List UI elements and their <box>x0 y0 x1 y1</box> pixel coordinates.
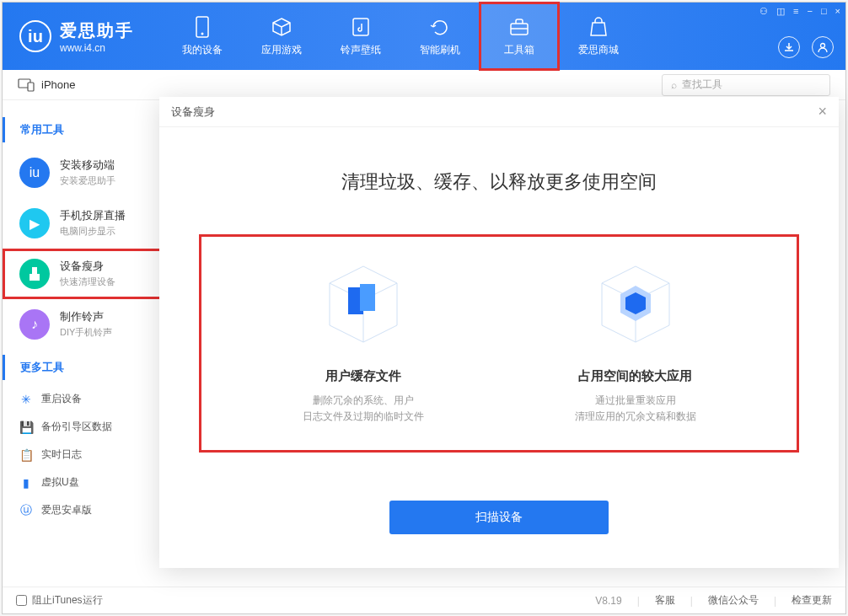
svg-rect-2 <box>353 19 368 35</box>
footer-link-support[interactable]: 客服 <box>655 593 675 608</box>
svg-rect-9 <box>30 274 40 281</box>
logo-icon: iu <box>19 20 51 52</box>
save-icon: 💾 <box>19 420 33 434</box>
cube-icon <box>271 16 293 38</box>
refresh-icon <box>429 16 451 38</box>
android-icon: ⓤ <box>19 504 33 517</box>
music-file-icon <box>350 16 372 38</box>
modal-body: 清理垃圾、缓存、以释放更多使用空间 用户缓存文件 删除冗余的系统、用户 <box>159 127 839 568</box>
device-slim-modal: 设备瘦身 × 清理垃圾、缓存、以释放更多使用空间 用户缓存文件 <box>159 97 839 568</box>
block-itunes-checkbox[interactable] <box>16 595 27 606</box>
feature-title: 占用空间的较大应用 <box>578 368 692 384</box>
block-itunes-label: 阻止iTunes运行 <box>32 593 103 608</box>
feature-title: 用户缓存文件 <box>325 368 401 384</box>
modal-close-button[interactable]: × <box>818 103 827 121</box>
download-button[interactable] <box>778 36 800 58</box>
nav-tab-toolbox[interactable]: 工具箱 <box>480 3 559 70</box>
version-label: V8.19 <box>595 595 621 607</box>
footer: 阻止iTunes运行 V8.19 | 客服 | 微信公众号 | 检查更新 <box>3 587 845 613</box>
search-input[interactable]: ⌕ 查找工具 <box>662 74 830 96</box>
shirt-icon[interactable]: ⚇ <box>759 6 768 17</box>
modal-header: 设备瘦身 × <box>159 97 839 127</box>
window-controls: ⚇ ◫ ≡ − □ × <box>759 6 840 17</box>
feature-desc: 删除冗余的系统、用户 日志文件及过期的临时文件 <box>303 393 424 425</box>
svg-point-1 <box>201 32 204 35</box>
modal-headline: 清理垃圾、缓存、以释放更多使用空间 <box>193 169 805 195</box>
play-icon: ▶ <box>19 208 50 238</box>
lock-icon[interactable]: ◫ <box>776 6 785 17</box>
svg-rect-8 <box>32 267 37 274</box>
footer-right: V8.19 | 客服 | 微信公众号 | 检查更新 <box>595 593 832 608</box>
sub-header: iPhone ⌕ 查找工具 <box>3 70 845 100</box>
footer-link-update[interactable]: 检查更新 <box>792 593 832 608</box>
user-button[interactable] <box>812 36 834 58</box>
log-icon: 📋 <box>19 448 33 462</box>
feature-desc: 通过批量重装应用 清理应用的冗余文稿和数据 <box>575 393 696 425</box>
minimize-icon[interactable]: − <box>807 6 812 17</box>
app-title: 爱思助手 <box>60 19 134 42</box>
loading-icon: ✳ <box>19 393 33 406</box>
feature-row: 用户缓存文件 删除冗余的系统、用户 日志文件及过期的临时文件 <box>201 237 797 450</box>
feature-large-apps[interactable]: 占用空间的较大应用 通过批量重装应用 清理应用的冗余文稿和数据 <box>499 254 771 425</box>
toolbox-icon <box>508 16 530 38</box>
footer-left: 阻止iTunes运行 <box>16 593 103 608</box>
svg-rect-11 <box>360 284 375 311</box>
modal-title: 设备瘦身 <box>171 104 215 120</box>
nav-tab-flash[interactable]: 智能刷机 <box>400 3 480 70</box>
device-name: iPhone <box>41 78 75 91</box>
header-actions <box>778 36 834 58</box>
header: iu 爱思助手 www.i4.cn 我的设备 应用游戏 <box>3 3 845 70</box>
monitor-icon <box>18 78 35 92</box>
menu-icon[interactable]: ≡ <box>793 6 798 17</box>
nav-tab-my-device[interactable]: 我的设备 <box>163 3 242 70</box>
bag-icon <box>588 16 609 38</box>
nav-tab-apps[interactable]: 应用游戏 <box>242 3 321 70</box>
nav-tab-store[interactable]: 爱思商城 <box>559 3 638 70</box>
feature-cache-files[interactable]: 用户缓存文件 删除冗余的系统、用户 日志文件及过期的临时文件 <box>227 254 499 425</box>
search-icon: ⌕ <box>671 79 677 91</box>
app-url: www.i4.cn <box>60 42 134 54</box>
cache-cube-icon <box>313 254 414 355</box>
nav-tabs: 我的设备 应用游戏 铃声壁纸 智能刷机 <box>163 3 638 70</box>
broom-icon <box>19 259 50 289</box>
logo-area[interactable]: iu 爱思助手 www.i4.cn <box>19 19 163 54</box>
scan-device-button[interactable]: 扫描设备 <box>389 501 609 534</box>
note-icon: ♪ <box>19 309 50 340</box>
svg-rect-7 <box>28 83 34 91</box>
usb-icon: ▮ <box>19 476 33 490</box>
device-info[interactable]: iPhone <box>18 78 75 92</box>
maximize-icon[interactable]: □ <box>821 6 827 17</box>
svg-point-5 <box>821 44 825 48</box>
apps-cube-icon <box>585 254 686 355</box>
install-icon: iu <box>19 158 50 188</box>
nav-tab-ringtones[interactable]: 铃声壁纸 <box>321 3 400 70</box>
footer-link-wechat[interactable]: 微信公众号 <box>708 593 759 608</box>
device-icon <box>191 16 213 38</box>
app-window: iu 爱思助手 www.i4.cn 我的设备 应用游戏 <box>2 2 846 614</box>
close-icon[interactable]: × <box>835 6 840 17</box>
